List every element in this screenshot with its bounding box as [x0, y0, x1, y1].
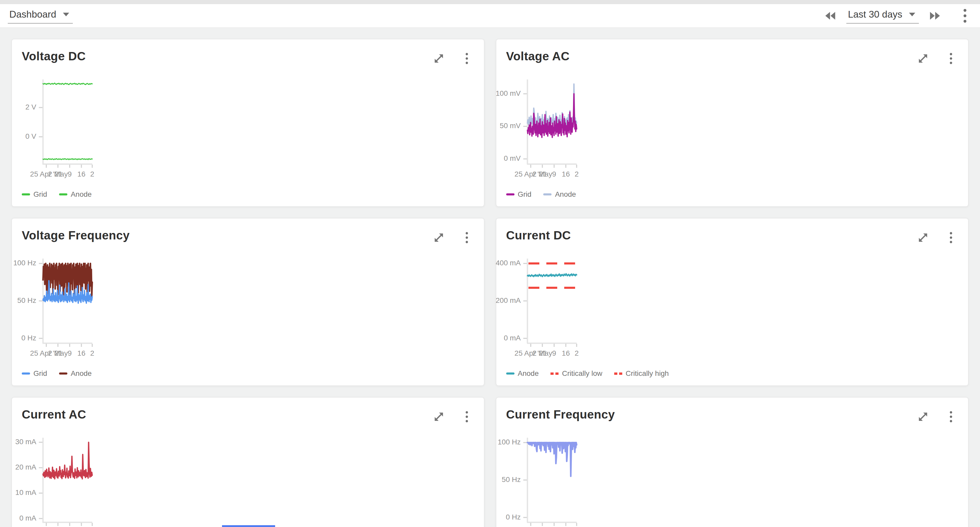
panel-current-ac: Current AC 30 mA20 mA10 mA0 mA25 Apr '21…: [11, 397, 484, 527]
panel-actions: [916, 410, 958, 424]
svg-text:16: 16: [78, 349, 86, 357]
legend-item-anode[interactable]: Anode: [543, 190, 576, 198]
chart-voltage-dc: 2 V0 V25 Apr '212 May9162: [17, 74, 95, 183]
svg-text:0 mA: 0 mA: [504, 334, 521, 342]
legend-item-anode[interactable]: Anode: [59, 369, 92, 378]
panel-menu-icon[interactable]: [460, 410, 474, 424]
legend-item-grid[interactable]: Grid: [22, 190, 47, 198]
time-back-icon[interactable]: [823, 8, 837, 23]
panel-menu-icon[interactable]: [944, 230, 958, 245]
panel-voltage-frequency: Voltage Frequency 100 Hz50 Hz0 Hz25 Apr …: [11, 218, 484, 386]
window-top-strip: [0, 0, 980, 4]
panel-actions: [431, 51, 474, 66]
panel-voltage-dc: Voltage DC 2 V0 V25 Apr '212 May9162 Gri…: [11, 39, 484, 207]
legend-label: Grid: [33, 369, 47, 378]
chevron-down-icon: [909, 13, 915, 16]
svg-text:9: 9: [552, 170, 556, 178]
svg-text:0 mV: 0 mV: [504, 154, 521, 162]
svg-text:20 mA: 20 mA: [15, 463, 36, 471]
panel-title: Voltage DC: [22, 49, 86, 63]
legend-swatch: [59, 194, 67, 195]
svg-text:9: 9: [68, 349, 72, 357]
panel-header: Current AC: [12, 398, 484, 424]
svg-text:2 May: 2 May: [48, 349, 68, 357]
legend-dashed-swatch: [550, 373, 558, 375]
svg-text:2: 2: [574, 349, 579, 357]
legend-item-grid[interactable]: Grid: [506, 190, 531, 198]
time-forward-icon[interactable]: [928, 8, 942, 23]
panel-actions: [431, 410, 474, 424]
time-range-label: Last 30 days: [848, 9, 902, 20]
toolbar-menu-icon[interactable]: [958, 8, 972, 23]
svg-text:100 mV: 100 mV: [496, 89, 521, 97]
legend: GridAnode: [22, 190, 92, 198]
expand-icon[interactable]: [431, 410, 446, 424]
svg-text:400 mA: 400 mA: [496, 259, 521, 267]
dashboard-page: { "toolbar": { "dashboard_label": "Dashb…: [0, 0, 980, 527]
svg-text:0 mA: 0 mA: [19, 514, 37, 522]
legend-item-critically-low[interactable]: Critically low: [550, 369, 602, 378]
panel-actions: [916, 230, 958, 245]
svg-text:30 mA: 30 mA: [15, 438, 36, 446]
dashboard-grid: Voltage DC 2 V0 V25 Apr '212 May9162 Gri…: [0, 28, 980, 527]
expand-icon[interactable]: [431, 51, 446, 66]
panel-menu-icon[interactable]: [460, 51, 474, 66]
panel-current-dc: Current DC 400 mA200 mA0 mA25 Apr '212 M…: [496, 218, 969, 386]
expand-icon[interactable]: [916, 410, 930, 424]
time-range-selector[interactable]: Last 30 days: [846, 8, 919, 24]
panel-title: Voltage AC: [506, 49, 570, 63]
expand-icon[interactable]: [431, 230, 446, 245]
panel-menu-icon[interactable]: [944, 410, 958, 424]
svg-text:100 Hz: 100 Hz: [13, 259, 36, 267]
svg-text:2 May: 2 May: [532, 349, 552, 357]
chart-voltage-ac: 100 mV50 mV0 mV25 Apr '212 May9162: [501, 74, 579, 183]
toolbar: Dashboard Last 30 days: [0, 4, 980, 28]
legend-label: Anode: [71, 190, 92, 198]
legend: AnodeCritically lowCritically high: [506, 369, 669, 378]
svg-text:2: 2: [90, 349, 94, 357]
svg-text:50 Hz: 50 Hz: [18, 296, 36, 305]
panel-header: Voltage Frequency: [12, 219, 484, 245]
legend-swatch: [506, 194, 514, 195]
legend-swatch: [59, 373, 67, 375]
panel-title: Current DC: [506, 228, 571, 242]
chart-current-frequency: 100 Hz50 Hz0 Hz25 Apr '212 May9162: [501, 433, 579, 527]
svg-text:10 mA: 10 mA: [15, 489, 36, 497]
legend-item-anode[interactable]: Anode: [59, 190, 92, 198]
panel-header: Voltage AC: [496, 39, 968, 66]
svg-text:2 May: 2 May: [48, 170, 68, 178]
svg-text:0 V: 0 V: [25, 132, 36, 140]
panel-current-frequency: Current Frequency 100 Hz50 Hz0 Hz25 Apr …: [496, 397, 969, 527]
svg-text:2: 2: [90, 170, 94, 178]
legend-item-grid[interactable]: Grid: [22, 369, 47, 378]
panel-header: Current DC: [496, 219, 968, 245]
dashboard-selector-label: Dashboard: [10, 9, 56, 20]
svg-text:16: 16: [562, 170, 570, 178]
panel-header: Voltage DC: [12, 39, 484, 66]
svg-text:2: 2: [574, 170, 579, 178]
horizontal-scrollbar-thumb[interactable]: [222, 525, 275, 527]
panel-menu-icon[interactable]: [944, 51, 958, 66]
legend-swatch: [543, 194, 552, 195]
legend-swatch: [506, 373, 514, 375]
svg-text:50 Hz: 50 Hz: [501, 476, 520, 484]
svg-text:2 V: 2 V: [25, 103, 36, 111]
expand-icon[interactable]: [916, 51, 930, 66]
panel-voltage-ac: Voltage AC 100 mV50 mV0 mV25 Apr '212 Ma…: [496, 39, 969, 207]
chart-current-dc: 400 mA200 mA0 mA25 Apr '212 May9162: [501, 253, 579, 362]
expand-icon[interactable]: [916, 230, 930, 245]
legend-item-critically-high[interactable]: Critically high: [614, 369, 669, 378]
svg-text:2 May: 2 May: [532, 170, 552, 178]
panel-title: Current Frequency: [506, 407, 615, 421]
panel-actions: [916, 51, 958, 66]
time-controls: Last 30 days: [823, 8, 972, 24]
svg-text:0 Hz: 0 Hz: [21, 334, 36, 342]
legend-item-anode[interactable]: Anode: [506, 369, 539, 378]
legend-label: Grid: [33, 190, 47, 198]
svg-text:200 mA: 200 mA: [496, 296, 521, 305]
panel-title: Current AC: [22, 407, 86, 421]
dashboard-selector[interactable]: Dashboard: [8, 8, 73, 24]
legend-label: Anode: [71, 369, 92, 378]
panel-title: Voltage Frequency: [22, 228, 130, 242]
panel-menu-icon[interactable]: [460, 230, 474, 245]
